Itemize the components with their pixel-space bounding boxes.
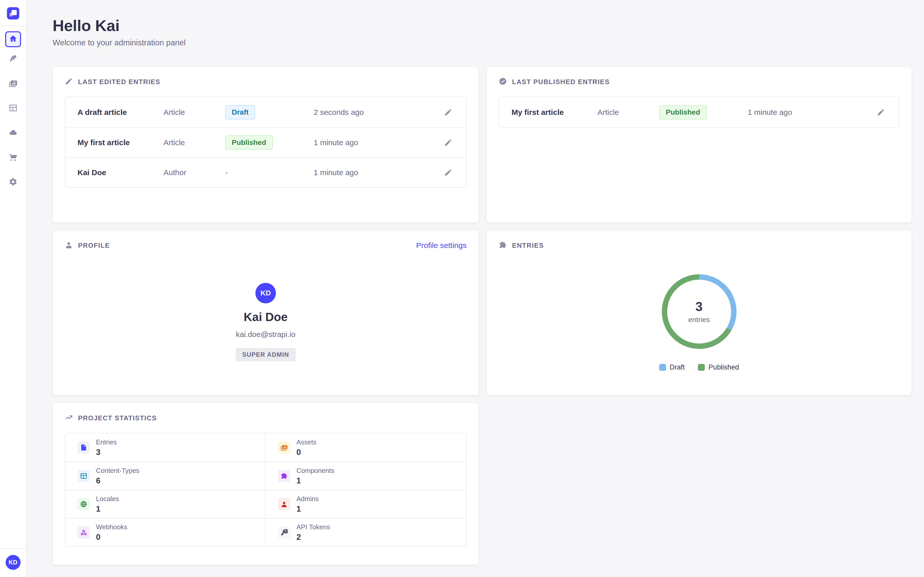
stat-locales: Locales1 xyxy=(65,490,266,518)
edit-entry-button[interactable] xyxy=(443,167,454,178)
entry-time: 1 minute ago xyxy=(313,168,422,177)
stat-assets: Assets0 xyxy=(266,434,466,462)
entry-time: 1 minute ago xyxy=(748,108,856,117)
stat-value: 3 xyxy=(96,448,117,457)
edit-entry-button[interactable] xyxy=(443,137,454,148)
user-avatar[interactable]: KD xyxy=(6,555,21,570)
stat-label: Content-Types xyxy=(96,467,139,475)
sidebar-item-home[interactable] xyxy=(5,31,21,47)
stat-content-types: Content-Types6 xyxy=(65,462,266,490)
legend-swatch-published xyxy=(698,364,705,371)
webhook-icon xyxy=(78,526,90,538)
cloud-icon xyxy=(9,128,18,138)
sidebar: KD xyxy=(0,0,26,577)
entry-name: A draft article xyxy=(78,108,163,117)
sidebar-item-content-manager[interactable] xyxy=(5,51,21,67)
stat-value: 1 xyxy=(296,504,319,514)
sidebar-item-marketplace[interactable] xyxy=(5,150,21,166)
sidebar-item-content-type-builder[interactable] xyxy=(5,100,21,116)
donut-total: 3 xyxy=(696,299,703,314)
legend-label: Published xyxy=(708,363,739,371)
entry-time: 1 minute ago xyxy=(313,138,422,147)
legend-label: Draft xyxy=(670,363,685,371)
card-title: ENTRIES xyxy=(512,242,544,250)
page-subtitle: Welcome to your administration panel xyxy=(53,38,911,47)
stat-value: 0 xyxy=(296,448,317,457)
stat-label: Locales xyxy=(96,495,119,503)
entry-type: Article xyxy=(163,138,225,147)
profile-email: kai.doe@strapi.io xyxy=(236,330,296,339)
key-icon xyxy=(278,526,290,538)
card-entries-chart: ENTRIES 3 entries Draft xyxy=(487,230,911,395)
person-icon xyxy=(65,241,73,250)
cart-icon xyxy=(9,153,18,163)
sidebar-divider xyxy=(0,26,26,26)
picture-icon xyxy=(278,442,290,454)
profile-name: Kai Doe xyxy=(244,310,288,324)
card-profile: PROFILE Profile settings KD Kai Doe kai.… xyxy=(53,230,479,395)
stat-label: API Tokens xyxy=(296,523,330,531)
entry-type: Author xyxy=(163,168,225,177)
chart-legend: Draft Published xyxy=(659,363,739,371)
legend-item-published: Published xyxy=(698,363,739,371)
stat-label: Entries xyxy=(96,438,117,446)
status-badge: Published xyxy=(659,105,707,119)
edit-entry-button[interactable] xyxy=(875,107,887,118)
table-row: Kai Doe Author - 1 minute ago xyxy=(65,157,466,187)
table-row: A draft article Article Draft 2 seconds … xyxy=(65,97,466,127)
media-images-icon xyxy=(9,79,18,89)
card-project-statistics: PROJECT STATISTICS Entries3 Assets0 Cont… xyxy=(53,403,479,565)
card-title: PROFILE xyxy=(78,242,110,250)
status-empty: - xyxy=(225,168,313,177)
sidebar-item-settings[interactable] xyxy=(5,174,21,190)
stat-webhooks: Webhooks0 xyxy=(65,518,266,546)
status-badge: Published xyxy=(225,135,273,150)
stat-label: Admins xyxy=(296,495,319,503)
pencil-icon xyxy=(65,77,73,86)
entry-type: Article xyxy=(163,108,225,117)
strapi-logo[interactable] xyxy=(7,7,19,19)
card-last-published-entries: LAST PUBLISHED ENTRIES My first article … xyxy=(487,67,911,222)
stat-label: Webhooks xyxy=(96,523,127,531)
strapi-logo-glyph-shade xyxy=(10,13,13,16)
card-last-edited-entries: LAST EDITED ENTRIES A draft article Arti… xyxy=(53,67,479,222)
card-title: LAST PUBLISHED ENTRIES xyxy=(512,78,610,86)
stat-label: Components xyxy=(296,467,334,475)
layout-icon xyxy=(78,470,90,482)
last-edited-table: A draft article Article Draft 2 seconds … xyxy=(65,97,467,188)
edit-entry-button[interactable] xyxy=(443,107,454,118)
sidebar-item-cloud[interactable] xyxy=(5,125,21,141)
main-content: Hello Kai Welcome to your administration… xyxy=(27,0,924,565)
gear-icon xyxy=(9,177,18,187)
person-icon xyxy=(278,498,290,510)
role-badge: SUPER ADMIN xyxy=(236,348,296,361)
home-icon xyxy=(9,34,18,44)
stat-admins: Admins1 xyxy=(266,490,466,518)
globe-icon xyxy=(78,498,90,510)
layout-icon xyxy=(9,103,18,113)
stat-entries: Entries3 xyxy=(65,434,266,462)
legend-swatch-draft xyxy=(659,364,666,371)
avatar: KD xyxy=(255,283,276,303)
stat-components: Components1 xyxy=(266,462,466,490)
check-circle-icon xyxy=(499,77,507,86)
entry-name: My first article xyxy=(78,138,163,147)
puzzle-icon xyxy=(278,470,290,482)
sidebar-item-media-library[interactable] xyxy=(5,76,21,92)
card-title: LAST EDITED ENTRIES xyxy=(78,78,160,86)
card-title: PROJECT STATISTICS xyxy=(78,414,157,422)
stat-value: 2 xyxy=(296,533,330,542)
stat-api-tokens: API Tokens2 xyxy=(266,518,466,546)
stat-value: 6 xyxy=(96,476,139,485)
table-row: My first article Article Published 1 min… xyxy=(65,127,466,157)
entry-name: My first article xyxy=(512,108,598,117)
donut-total-label: entries xyxy=(688,316,710,324)
legend-item-draft: Draft xyxy=(659,363,685,371)
feather-icon xyxy=(9,54,18,64)
stats-table: Entries3 Assets0 Content-Types6 Componen… xyxy=(65,433,467,547)
entry-name: Kai Doe xyxy=(78,168,163,177)
page-title: Hello Kai xyxy=(53,16,911,35)
profile-settings-link[interactable]: Profile settings xyxy=(416,241,467,250)
entries-donut-chart: 3 entries xyxy=(661,273,738,350)
file-icon xyxy=(78,442,90,454)
